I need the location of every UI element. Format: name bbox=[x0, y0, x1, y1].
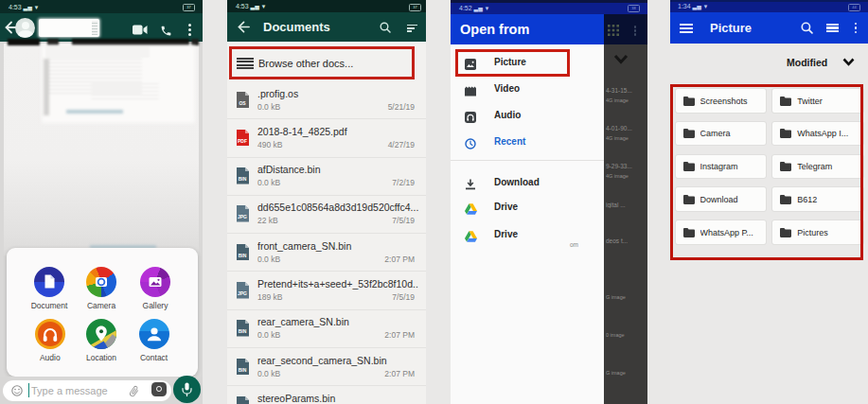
svg-text:JPG: JPG bbox=[238, 214, 247, 220]
svg-text:BIN: BIN bbox=[239, 328, 247, 334]
svg-text:BIN: BIN bbox=[239, 176, 247, 182]
svg-text:BIN: BIN bbox=[239, 252, 247, 257]
svg-text:JPG: JPG bbox=[238, 290, 247, 296]
svg-text:BIN: BIN bbox=[239, 366, 247, 372]
svg-text:PDF: PDF bbox=[238, 137, 247, 143]
svg-text:OS: OS bbox=[239, 99, 246, 105]
